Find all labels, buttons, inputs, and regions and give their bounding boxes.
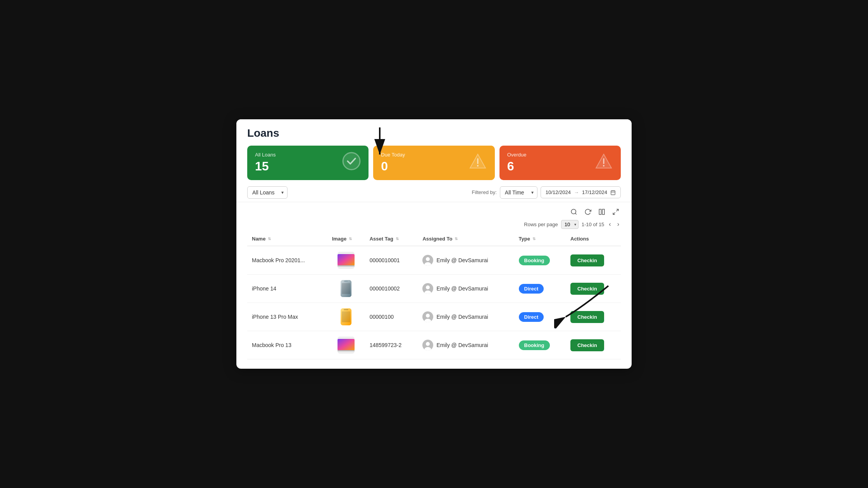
cell-name: iPhone 13 Pro Max (247, 303, 327, 331)
checkin-button[interactable]: Checkin (570, 311, 604, 323)
pagination-next-button[interactable]: › (616, 220, 621, 229)
type-badge: Booking (519, 340, 550, 350)
th-actions: Actions (566, 232, 621, 246)
cell-image (327, 331, 365, 359)
sort-icon-assigned-to[interactable]: ⇅ (455, 237, 458, 241)
search-button[interactable] (569, 207, 579, 217)
cell-actions: Checkin (566, 275, 621, 303)
rows-per-page-select[interactable]: 10 25 50 (561, 220, 579, 229)
assigned-to-name: Emily @ DevSamurai (436, 342, 488, 348)
time-filter-dropdown[interactable]: All Time (500, 186, 537, 199)
svg-rect-25 (344, 280, 348, 282)
svg-point-22 (426, 257, 430, 261)
type-badge: Direct (519, 284, 544, 294)
sort-icon-name[interactable]: ⇅ (268, 237, 271, 241)
table-section: Rows per page 10 25 50 1-10 of 15 ‹ › Na… (236, 202, 632, 369)
rows-select-wrapper[interactable]: 10 25 50 (561, 220, 579, 229)
time-filter-wrapper[interactable]: All Time (500, 186, 537, 199)
checkin-button[interactable]: Checkin (570, 254, 604, 266)
cell-image (327, 303, 365, 331)
fullscreen-button[interactable] (611, 207, 621, 217)
th-asset-tag: Asset Tag ⇅ (365, 232, 418, 246)
svg-rect-15 (599, 209, 601, 215)
checkin-button[interactable]: Checkin (570, 339, 604, 351)
stat-card-overdue[interactable]: Overdue 6 (499, 146, 621, 180)
date-range-separator: → (574, 189, 579, 195)
pagination-prev-button[interactable]: ‹ (607, 220, 612, 229)
cell-image (327, 246, 365, 275)
svg-rect-20 (338, 265, 355, 266)
cell-type: Direct (514, 275, 566, 303)
header: Loans All Loans 15 Due Today (236, 119, 632, 180)
table-row: iPhone 14 0000010002 Emily @ DevSa (247, 275, 621, 303)
svg-point-34 (426, 314, 430, 318)
loan-filter-wrapper[interactable]: All Loans (247, 186, 288, 199)
cell-name: Macbook Pro 13 (247, 331, 327, 359)
svg-point-13 (571, 209, 576, 214)
svg-line-17 (617, 209, 618, 211)
svg-point-28 (426, 285, 430, 289)
sort-icon-type[interactable]: ⇅ (532, 237, 536, 241)
calendar-icon (610, 190, 616, 195)
date-from: 10/12/2024 (546, 189, 571, 195)
check-circle-icon (342, 152, 361, 174)
type-badge: Booking (519, 256, 550, 265)
stat-value-overdue: 6 (507, 159, 527, 174)
sort-icon-asset-tag[interactable]: ⇅ (396, 237, 399, 241)
cell-actions: Checkin (566, 303, 621, 331)
cell-asset-tag: 00000100 (365, 303, 418, 331)
svg-rect-32 (342, 311, 350, 322)
svg-rect-37 (338, 350, 355, 351)
page-title: Loans (247, 127, 621, 139)
table-row: Macbook Pro 20201... 0000010001 (247, 246, 621, 275)
svg-rect-31 (344, 309, 348, 310)
stat-value-due-today: 0 (381, 159, 405, 174)
stat-label-all-loans: All Loans (255, 152, 276, 158)
cell-type: Direct (514, 303, 566, 331)
cell-asset-tag: 0000010002 (365, 275, 418, 303)
checkin-button[interactable]: Checkin (570, 283, 604, 295)
svg-point-8 (603, 165, 604, 167)
svg-rect-19 (338, 254, 355, 266)
date-range[interactable]: 10/12/2024 → 17/12/2024 (541, 186, 621, 198)
sort-icon-image[interactable]: ⇅ (349, 237, 352, 241)
app-container: Loans All Loans 15 Due Today (236, 119, 632, 369)
assigned-to-name: Emily @ DevSamurai (436, 314, 488, 320)
stat-value-all-loans: 15 (255, 159, 276, 174)
device-image (338, 252, 355, 269)
avatar (422, 340, 433, 351)
stat-card-due-today[interactable]: Due Today 0 (373, 146, 494, 180)
avatar (422, 283, 433, 294)
svg-line-14 (575, 213, 576, 214)
assigned-to-name: Emily @ DevSamurai (436, 257, 488, 263)
loan-filter-dropdown[interactable]: All Loans (247, 186, 288, 199)
filter-by-section: Filtered by: All Time 10/12/2024 → 17/12… (472, 186, 621, 199)
avatar (422, 311, 433, 322)
svg-point-39 (426, 342, 430, 346)
fullscreen-icon (612, 208, 619, 215)
type-badge: Direct (519, 312, 544, 322)
cell-type: Booking (514, 246, 566, 275)
cell-assigned-to: Emily @ DevSamurai (418, 275, 514, 303)
rows-per-page-label: Rows per page (524, 222, 558, 227)
cell-name: Macbook Pro 20201... (247, 246, 327, 275)
svg-rect-16 (603, 209, 604, 215)
stats-row: All Loans 15 Due Today 0 (247, 146, 621, 180)
filtered-by-label: Filtered by: (472, 189, 497, 195)
device-image (341, 280, 351, 297)
cell-assigned-to: Emily @ DevSamurai (418, 246, 514, 275)
refresh-button[interactable] (583, 207, 593, 217)
cell-actions: Checkin (566, 246, 621, 275)
svg-point-5 (477, 165, 479, 167)
columns-button[interactable] (597, 207, 607, 217)
svg-line-18 (613, 212, 615, 214)
table-row: Macbook Pro 13 148599723-2 Emi (247, 331, 621, 359)
device-image (341, 308, 351, 325)
cell-name: iPhone 14 (247, 275, 327, 303)
cell-assigned-to: Emily @ DevSamurai (418, 303, 514, 331)
table-header-row: Name ⇅ Image ⇅ Asset Tag ⇅ (247, 232, 621, 246)
cell-assigned-to: Emily @ DevSamurai (418, 331, 514, 359)
stat-label-due-today: Due Today (381, 152, 405, 158)
stat-card-all-loans[interactable]: All Loans 15 (247, 146, 369, 180)
cell-type: Booking (514, 331, 566, 359)
